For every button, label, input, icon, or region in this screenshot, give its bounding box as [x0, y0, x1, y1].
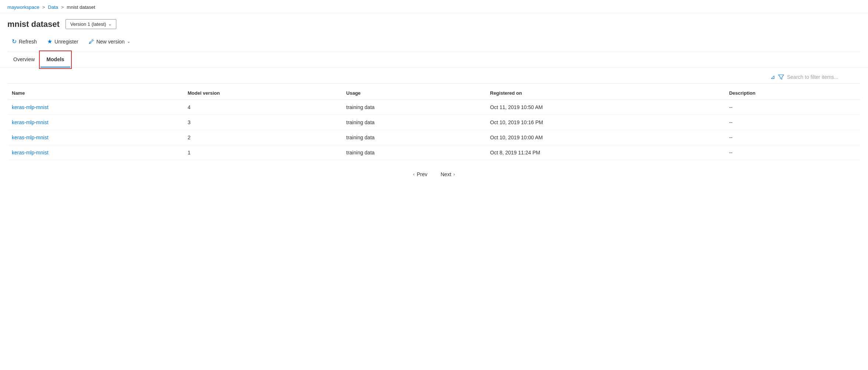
registered-on-cell: Oct 8, 2019 11:24 PM	[486, 145, 724, 160]
star-icon: ★	[47, 38, 52, 45]
col-description: Description	[725, 87, 861, 100]
version-dropdown[interactable]: Version 1 (latest) ⌄	[66, 19, 117, 29]
table-body: keras-mlp-mnist 4 training data Oct 11, …	[7, 100, 861, 160]
table-row: keras-mlp-mnist 3 training data Oct 10, …	[7, 115, 861, 130]
table-row: keras-mlp-mnist 2 training data Oct 10, …	[7, 130, 861, 145]
model-version-cell: 4	[183, 100, 342, 115]
col-name: Name	[7, 87, 183, 100]
version-label: Version 1 (latest)	[70, 21, 106, 27]
usage-cell: training data	[342, 145, 486, 160]
filter-icon: ⊿	[770, 74, 775, 80]
refresh-button[interactable]: ↻ Refresh	[7, 36, 41, 47]
tab-overview-label: Overview	[13, 56, 35, 62]
model-name-link[interactable]: keras-mlp-mnist	[12, 135, 49, 140]
description-cell: --	[725, 100, 861, 115]
col-registered-on: Registered on	[486, 87, 724, 100]
refresh-label: Refresh	[19, 39, 37, 45]
registered-on-cell: Oct 10, 2019 10:16 PM	[486, 115, 724, 130]
pagination: ‹ Prev Next ›	[7, 160, 861, 188]
table-header: Name Model version Usage Registered on D…	[7, 87, 861, 100]
tab-models[interactable]: Models	[40, 52, 70, 67]
breadcrumb-sep2: >	[61, 4, 64, 10]
table-row: keras-mlp-mnist 1 training data Oct 8, 2…	[7, 145, 861, 160]
model-name-link[interactable]: keras-mlp-mnist	[12, 119, 49, 125]
page-title: mnist dataset	[7, 20, 60, 29]
header-section: mnist dataset Version 1 (latest) ⌄ ↻ Ref…	[0, 13, 868, 52]
new-version-button[interactable]: 🖉 New version ⌄	[84, 36, 135, 47]
next-arrow-icon: ›	[454, 172, 455, 177]
col-usage: Usage	[342, 87, 486, 100]
col-model-version: Model version	[183, 87, 342, 100]
filter-bar: ⊿	[7, 68, 861, 84]
search-input[interactable]	[787, 74, 861, 80]
new-version-label: New version	[96, 39, 125, 45]
unregister-label: Unregister	[54, 39, 78, 45]
breadcrumb-workspace[interactable]: mayworkspace	[7, 4, 39, 10]
breadcrumb-sep1: >	[42, 4, 45, 10]
prev-button[interactable]: ‹ Prev	[409, 169, 431, 179]
usage-cell: training data	[342, 100, 486, 115]
breadcrumb-data[interactable]: Data	[48, 4, 58, 10]
next-label: Next	[441, 171, 451, 177]
title-row: mnist dataset Version 1 (latest) ⌄	[7, 19, 861, 29]
model-name-link[interactable]: keras-mlp-mnist	[12, 104, 49, 110]
model-version-cell: 2	[183, 130, 342, 145]
usage-cell: training data	[342, 130, 486, 145]
unregister-button[interactable]: ★ Unregister	[43, 36, 83, 47]
new-version-chevron-icon: ⌄	[127, 39, 130, 44]
funnel-icon	[778, 74, 784, 80]
table-row: keras-mlp-mnist 4 training data Oct 11, …	[7, 100, 861, 115]
chevron-down-icon: ⌄	[108, 22, 112, 27]
tab-models-label: Models	[46, 56, 64, 62]
registered-on-cell: Oct 11, 2019 10:50 AM	[486, 100, 724, 115]
content-area: ⊿ Name Model version Usage Registered on…	[0, 68, 868, 188]
tab-overview[interactable]: Overview	[7, 52, 40, 67]
breadcrumb-current: mnist dataset	[67, 4, 95, 10]
description-cell: --	[725, 115, 861, 130]
model-version-cell: 1	[183, 145, 342, 160]
breadcrumb: mayworkspace > Data > mnist dataset	[0, 0, 868, 13]
model-name-link[interactable]: keras-mlp-mnist	[12, 150, 49, 156]
prev-arrow-icon: ‹	[413, 172, 414, 177]
registered-on-cell: Oct 10, 2019 10:00 AM	[486, 130, 724, 145]
models-table: Name Model version Usage Registered on D…	[7, 87, 861, 160]
new-version-icon: 🖉	[89, 38, 94, 45]
usage-cell: training data	[342, 115, 486, 130]
description-cell: --	[725, 130, 861, 145]
refresh-icon: ↻	[12, 38, 17, 45]
filter-input-wrapper[interactable]: ⊿	[770, 74, 861, 80]
prev-label: Prev	[417, 171, 427, 177]
tabs-bar: Overview Models	[0, 52, 868, 68]
model-version-cell: 3	[183, 115, 342, 130]
toolbar: ↻ Refresh ★ Unregister 🖉 New version ⌄	[7, 34, 861, 52]
description-cell: --	[725, 145, 861, 160]
next-button[interactable]: Next ›	[437, 169, 459, 179]
